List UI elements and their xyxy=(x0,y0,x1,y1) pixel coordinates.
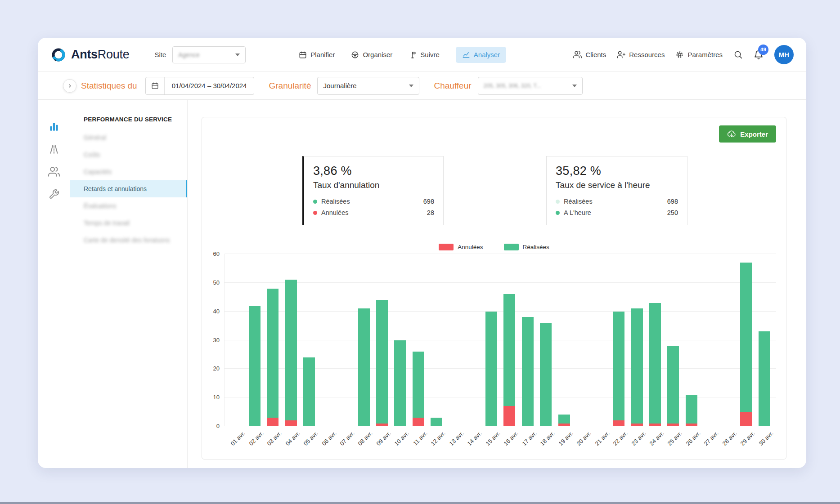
bar-stack[interactable] xyxy=(704,254,715,426)
bar-stack[interactable] xyxy=(649,254,661,426)
bar-stack[interactable] xyxy=(722,254,734,426)
avatar[interactable]: MH xyxy=(774,45,794,64)
calendar-icon[interactable] xyxy=(146,77,165,94)
bar-group-06-avr-[interactable]: 06 avr. xyxy=(318,254,336,426)
bar-stack[interactable] xyxy=(394,254,406,426)
bar-segment-annulees[interactable] xyxy=(649,424,661,426)
sidebar-item-0[interactable]: Général xyxy=(70,129,187,146)
legend-annulees[interactable]: Annulées xyxy=(439,244,483,250)
antsroute-logo[interactable]: AntsRoute xyxy=(50,47,129,63)
bar-stack[interactable] xyxy=(449,254,461,426)
bar-segment-annulees[interactable] xyxy=(376,424,388,426)
bar-stack[interactable] xyxy=(558,254,570,426)
bar-group-18-avr-[interactable]: 18 avr. xyxy=(537,254,555,426)
bar-stack[interactable] xyxy=(485,254,497,426)
bar-group-22-avr-[interactable]: 22 avr. xyxy=(610,254,628,426)
bar-stack[interactable] xyxy=(322,254,333,426)
bar-group-04-avr-[interactable]: 04 avr. xyxy=(282,254,300,426)
bar-group-27-avr-[interactable]: 27 avr. xyxy=(701,254,719,426)
bar-segment-annulees[interactable] xyxy=(503,406,515,426)
bar-segment-realisees[interactable] xyxy=(613,312,624,421)
bar-group-19-avr-[interactable]: 19 avr. xyxy=(555,254,573,426)
bar-stack[interactable] xyxy=(522,254,534,426)
bar-group-02-avr-[interactable]: 02 avr. xyxy=(245,254,263,426)
bar-segment-realisees[interactable] xyxy=(376,300,388,423)
date-range-picker[interactable]: 01/04/2024 – 30/04/2024 xyxy=(145,77,255,95)
bar-group-14-avr-[interactable]: 14 avr. xyxy=(464,254,482,426)
bar-group-17-avr-[interactable]: 17 avr. xyxy=(519,254,537,426)
bar-stack[interactable] xyxy=(503,254,515,426)
bar-stack[interactable] xyxy=(759,254,770,426)
bar-stack[interactable] xyxy=(376,254,388,426)
notifications-bell[interactable]: 49 xyxy=(754,50,764,60)
bar-stack[interactable] xyxy=(267,254,279,426)
bar-stack[interactable] xyxy=(230,254,242,426)
site-select[interactable]: Agence xyxy=(172,46,246,63)
bar-stack[interactable] xyxy=(576,254,588,426)
bar-segment-annulees[interactable] xyxy=(631,424,643,426)
bar-stack[interactable] xyxy=(431,254,442,426)
nav-analyser[interactable]: Analyser xyxy=(456,47,506,63)
bar-group-26-avr-[interactable]: 26 avr. xyxy=(683,254,701,426)
bar-group-23-avr-[interactable]: 23 avr. xyxy=(628,254,646,426)
bar-stack[interactable] xyxy=(686,254,697,426)
sidebar-item-2[interactable]: Capacités xyxy=(70,163,187,180)
bar-segment-annulees[interactable] xyxy=(740,412,752,426)
bar-group-07-avr-[interactable]: 07 avr. xyxy=(337,254,355,426)
bar-stack[interactable] xyxy=(340,254,351,426)
bar-segment-realisees[interactable] xyxy=(631,308,643,423)
bar-group-01-avr-[interactable]: 01 avr. xyxy=(227,254,245,426)
bar-stack[interactable] xyxy=(540,254,552,426)
bar-stack[interactable] xyxy=(249,254,261,426)
bar-segment-realisees[interactable] xyxy=(285,280,297,420)
bar-stack[interactable] xyxy=(667,254,679,426)
bar-segment-realisees[interactable] xyxy=(303,357,315,426)
nav-parametres[interactable]: Paramètres xyxy=(675,46,723,63)
bar-segment-annulees[interactable] xyxy=(558,424,570,426)
bar-stack[interactable] xyxy=(413,254,424,426)
bar-segment-realisees[interactable] xyxy=(649,303,661,424)
bar-segment-realisees[interactable] xyxy=(358,308,370,426)
bar-segment-realisees[interactable] xyxy=(249,306,261,426)
bar-segment-annulees[interactable] xyxy=(413,418,424,426)
bar-group-15-avr-[interactable]: 15 avr. xyxy=(482,254,500,426)
bar-group-08-avr-[interactable]: 08 avr. xyxy=(355,254,373,426)
export-button[interactable]: Exporter xyxy=(719,125,776,143)
bar-stack[interactable] xyxy=(740,254,752,426)
bar-group-25-avr-[interactable]: 25 avr. xyxy=(664,254,682,426)
bar-group-21-avr-[interactable]: 21 avr. xyxy=(591,254,609,426)
bar-segment-realisees[interactable] xyxy=(522,317,534,426)
bar-group-29-avr-[interactable]: 29 avr. xyxy=(737,254,755,426)
sidebar-item-5[interactable]: Temps de travail xyxy=(70,214,187,232)
bar-stack[interactable] xyxy=(358,254,370,426)
bar-stack[interactable] xyxy=(595,254,606,426)
bar-group-03-avr-[interactable]: 03 avr. xyxy=(264,254,282,426)
bar-segment-realisees[interactable] xyxy=(540,323,552,426)
rail-team-icon[interactable] xyxy=(48,165,60,178)
granularity-select[interactable]: Journalière xyxy=(317,77,419,95)
bar-segment-realisees[interactable] xyxy=(413,352,424,418)
bar-segment-realisees[interactable] xyxy=(740,263,752,412)
legend-realisees[interactable]: Réalisées xyxy=(504,244,549,250)
bar-group-16-avr-[interactable]: 16 avr. xyxy=(500,254,518,426)
rail-wrench-icon[interactable] xyxy=(48,188,60,201)
bar-segment-realisees[interactable] xyxy=(667,346,679,423)
bar-stack[interactable] xyxy=(613,254,624,426)
sidebar-item-6[interactable]: Carte de densité des livraisons xyxy=(70,232,187,249)
nav-ressources[interactable]: Ressources xyxy=(617,46,665,63)
bar-segment-annulees[interactable] xyxy=(267,418,279,426)
date-range-value[interactable]: 01/04/2024 – 30/04/2024 xyxy=(165,82,254,89)
bar-segment-realisees[interactable] xyxy=(485,312,497,426)
bar-segment-realisees[interactable] xyxy=(267,289,279,418)
bar-group-20-avr-[interactable]: 20 avr. xyxy=(573,254,591,426)
bar-group-24-avr-[interactable]: 24 avr. xyxy=(646,254,664,426)
bar-group-13-avr-[interactable]: 13 avr. xyxy=(446,254,464,426)
sidebar-item-1[interactable]: Coûts xyxy=(70,146,187,163)
nav-suivre[interactable]: Suivre xyxy=(409,47,440,63)
bar-stack[interactable] xyxy=(631,254,643,426)
bar-stack[interactable] xyxy=(285,254,297,426)
bar-group-09-avr-[interactable]: 09 avr. xyxy=(373,254,391,426)
rail-statistics-icon[interactable] xyxy=(48,120,60,133)
bar-segment-realisees[interactable] xyxy=(558,415,570,423)
search-icon[interactable] xyxy=(733,50,743,59)
